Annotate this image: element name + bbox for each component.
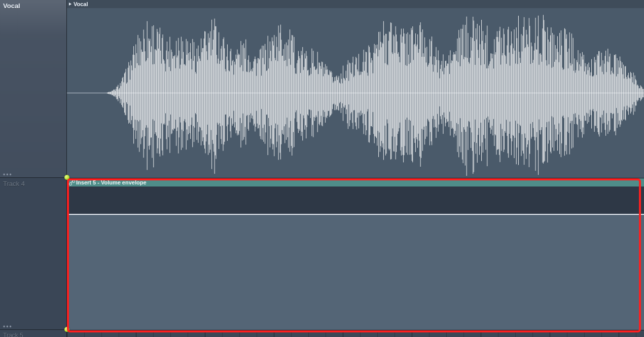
track-header-panel: Vocal ••• Track 4 ••• Track 5	[0, 0, 67, 337]
clip-title-text: Vocal	[74, 0, 88, 8]
play-triangle-icon	[69, 3, 71, 6]
track-lanes[interactable]: Vocal Insert 5 - Volume envelope	[67, 0, 644, 337]
track-header-vocal[interactable]: Vocal •••	[0, 0, 66, 178]
track-lane-vocal[interactable]: Vocal	[67, 0, 644, 178]
track-header-label: Vocal	[3, 2, 63, 10]
clip-title-bar[interactable]: Insert 5 - Volume envelope	[67, 178, 644, 186]
track-header-label: Track 4	[3, 180, 63, 188]
track-lane-4[interactable]: Insert 5 - Volume envelope	[67, 178, 644, 330]
clip-title-bar[interactable]: Vocal	[67, 0, 644, 8]
envelope-line[interactable]	[67, 214, 644, 215]
track-options-icon[interactable]: •••	[3, 325, 13, 328]
playlist-view: Vocal ••• Track 4 ••• Track 5 Vocal	[0, 0, 644, 337]
envelope-icon	[69, 180, 74, 185]
track-lane-5[interactable]	[67, 330, 644, 337]
track-header-label: Track 5	[3, 332, 63, 337]
waveform	[67, 8, 644, 178]
track-options-icon[interactable]: •••	[3, 173, 13, 176]
automation-marker-icon[interactable]	[64, 327, 69, 332]
audio-clip-vocal[interactable]: Vocal	[67, 0, 644, 178]
track-header-4[interactable]: Track 4 •••	[0, 178, 66, 330]
clip-title-text: Insert 5 - Volume envelope	[76, 178, 147, 186]
automation-marker-icon[interactable]	[64, 175, 69, 180]
envelope-upper-band	[67, 186, 644, 214]
automation-clip-volume[interactable]: Insert 5 - Volume envelope	[67, 178, 644, 330]
track-header-5[interactable]: Track 5	[0, 330, 66, 337]
